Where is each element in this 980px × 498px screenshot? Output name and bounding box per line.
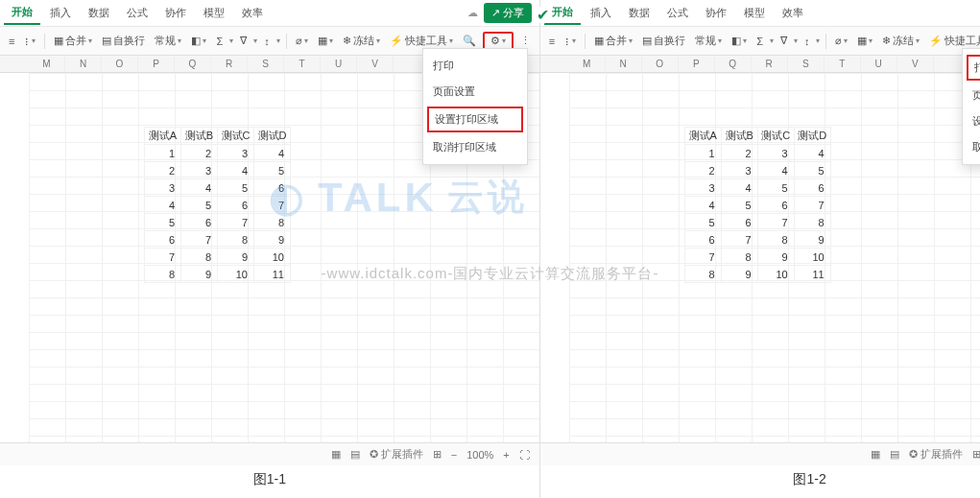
mi-page-setup[interactable]: 页面设置 [423, 79, 527, 105]
sb-ext[interactable]: ✪ 扩展插件 [370, 447, 423, 462]
tab-start[interactable]: 开始 [4, 1, 40, 25]
cond-icon[interactable]: ◧ ▾ [188, 33, 209, 49]
tab-collab[interactable]: 协作 [698, 2, 734, 24]
menu-tabs: 开始 插入 数据 公式 协作 模型 效率 ☁ ↗ 分享 [540, 0, 980, 27]
sb-grid-icon[interactable]: ▦ [331, 448, 341, 461]
tab-start[interactable]: 开始 [544, 1, 581, 25]
cond-icon[interactable]: ◧ ▾ [729, 33, 750, 49]
mi-clear-print-area[interactable]: 取消打印区域 [423, 134, 527, 160]
sb-grid-icon[interactable]: ▦ [871, 448, 880, 461]
sb-fullscreen-icon[interactable]: ⛶ [519, 449, 530, 461]
tab-formula[interactable]: 公式 [659, 2, 696, 24]
link-icon[interactable]: ⌀ ▾ [832, 33, 850, 49]
print-menu: 打印 页面设置 设置打印区域 取消打印区域 [962, 48, 980, 165]
tab-data[interactable]: 数据 [621, 2, 657, 24]
toolbar: ≡ ⫶ ▾ ▦ 合并 ▾ ▤ 自换行 常规 ▾ ◧ ▾ Σ▾ ∇▾ ↕▾ ⌀ ▾… [540, 27, 980, 56]
sum-icon[interactable]: Σ [753, 34, 766, 49]
more-icon[interactable]: ⋮ [517, 33, 534, 49]
format-icon[interactable]: ⫶ ▾ [562, 34, 579, 49]
filter-icon[interactable]: ∇ [237, 33, 250, 49]
merge-button[interactable]: ▦ 合并 ▾ [591, 32, 635, 50]
tab-formula[interactable]: 公式 [119, 2, 155, 24]
wrap-button[interactable]: ▤ 自换行 [99, 32, 148, 50]
mi-set-print-area[interactable]: 设置打印区域 [963, 108, 980, 134]
tab-collab[interactable]: 协作 [157, 2, 194, 24]
tab-eff[interactable]: 效率 [775, 2, 811, 24]
sum-icon[interactable]: Σ [213, 34, 226, 49]
status-bar: ▦ ▤ ✪ 扩展插件 ⊞ − 100% + ⛶ [0, 442, 539, 465]
sort-icon[interactable]: ↕ [261, 34, 273, 49]
sb-ext[interactable]: ✪ 扩展插件 [909, 447, 963, 462]
sb-zoom-in[interactable]: + [503, 449, 509, 461]
data-table: 测试A测试B测试C测试D1234234534564567567867897891… [144, 127, 291, 283]
tab-eff[interactable]: 效率 [234, 2, 271, 24]
tab-data[interactable]: 数据 [81, 2, 117, 24]
mi-set-print-area[interactable]: 设置打印区域 [427, 107, 523, 132]
status-bar: ▦ ▤ ✪ 扩展插件 ⊞ − 100% + ⛶ [540, 442, 980, 465]
freeze-button[interactable]: ❄ 冻结 ▾ [340, 32, 383, 50]
numfmt-button[interactable]: 常规 ▾ [152, 32, 184, 50]
sb-view-icon[interactable]: ▤ [890, 448, 899, 461]
sort-icon[interactable]: ↕ [801, 34, 813, 49]
sb-view-icon[interactable]: ▤ [350, 448, 360, 461]
tab-model[interactable]: 模型 [736, 2, 773, 24]
tab-insert[interactable]: 插入 [42, 2, 79, 24]
mi-print[interactable]: 打印 [967, 55, 980, 81]
share-button[interactable]: ↗ 分享 [484, 3, 532, 23]
check-icon: ✔ [537, 6, 549, 24]
figure-caption: 图1-1 [0, 465, 539, 498]
tab-model[interactable]: 模型 [196, 2, 232, 24]
table-icon[interactable]: ▦ ▾ [315, 33, 336, 49]
cloud-icon[interactable]: ☁ [467, 7, 478, 19]
wrap-button[interactable]: ▤ 自换行 [639, 32, 688, 50]
sb-zoom[interactable]: 100% [466, 449, 493, 461]
data-table: 测试A测试B测试C测试D1234234534564567567867897891… [684, 127, 831, 283]
sb-split-icon[interactable]: ⊞ [972, 448, 980, 461]
figure-caption: 图1-2 [540, 465, 980, 498]
menu-icon[interactable]: ≡ [546, 34, 558, 49]
menu-tabs: 开始 插入 数据 公式 协作 模型 效率 ☁ ↗ 分享 ✔ [0, 0, 539, 27]
sb-split-icon[interactable]: ⊞ [433, 448, 442, 461]
mi-page-setup[interactable]: 页面设置 [963, 83, 980, 108]
sb-zoom-out[interactable]: − [451, 449, 457, 461]
mi-print[interactable]: 打印 [423, 53, 527, 79]
merge-button[interactable]: ▦ 合并 ▾ [51, 32, 95, 50]
search-icon[interactable]: 🔍 [460, 33, 479, 49]
spreadsheet[interactable]: MNOPQRSTUV 测试A测试B测试C测试D12342345345645675… [540, 56, 980, 442]
filter-icon[interactable]: ∇ [777, 33, 790, 49]
format-icon[interactable]: ⫶ ▾ [21, 34, 38, 49]
print-menu: 打印 页面设置 设置打印区域 取消打印区域 [422, 48, 528, 165]
freeze-button[interactable]: ❄ 冻结 ▾ [879, 32, 922, 50]
menu-icon[interactable]: ≡ [6, 34, 17, 49]
column-headers: MNOPQRSTUV [540, 56, 980, 73]
mi-clear-print-area[interactable]: 取消打印区域 [963, 134, 980, 160]
tab-insert[interactable]: 插入 [583, 2, 619, 24]
numfmt-button[interactable]: 常规 ▾ [692, 32, 725, 50]
link-icon[interactable]: ⌀ ▾ [293, 33, 311, 49]
table-icon[interactable]: ▦ ▾ [854, 33, 875, 49]
